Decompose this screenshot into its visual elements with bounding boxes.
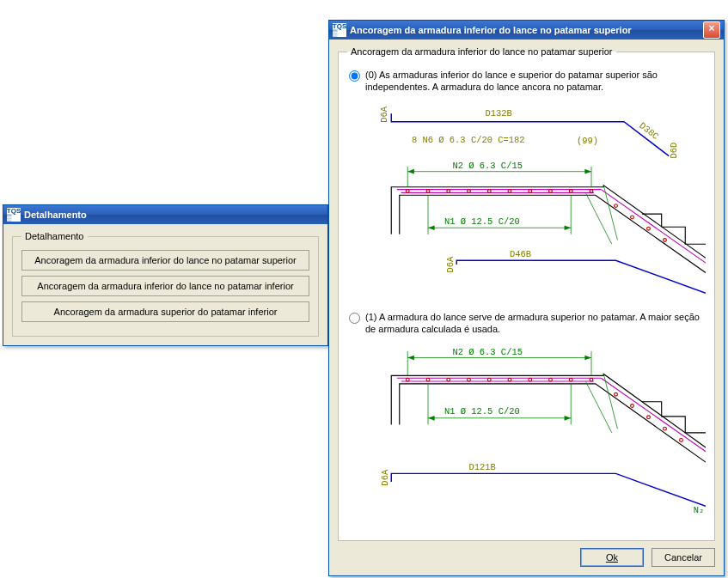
svg-marker-55 <box>428 416 435 421</box>
svg-marker-33 <box>584 356 591 361</box>
detalhamento-title: Detalhamento <box>24 210 324 220</box>
svg-point-44 <box>549 378 553 381</box>
d1-lower-side: D6A <box>380 469 390 486</box>
ancoragem-client: Ancoragem da armadura inferior do lance … <box>329 40 724 575</box>
svg-point-39 <box>447 378 450 381</box>
d1-right-label: N₂ <box>694 505 705 515</box>
ancoragem-group: Ancoragem da armadura inferior do lance … <box>338 46 715 541</box>
svg-marker-26 <box>565 225 572 230</box>
svg-point-14 <box>631 216 634 219</box>
ancoragem-window: TQS▒ Ancoragem da armadura inferior do l… <box>328 20 725 576</box>
detalhamento-window: TQS▒ Detalhamento Detalhamento Ancoragem… <box>3 204 328 346</box>
d0-side-left: D6A <box>380 106 390 123</box>
detal-btn-0[interactable]: Ancoragem da armadura inferior do lance … <box>21 250 309 271</box>
svg-point-8 <box>508 190 511 193</box>
detalhamento-titlebar: TQS▒ Detalhamento <box>3 205 327 224</box>
svg-point-4 <box>426 190 430 193</box>
ancoragem-group-legend: Ancoragem da armadura inferior do lance … <box>347 46 616 57</box>
option-1-label: (1) A armadura do lance serve de armadur… <box>365 311 706 335</box>
svg-point-42 <box>508 378 511 381</box>
option-0-diagram: D6A D132B D38C D6D 8 N6 Ø 6.3 C/20 C=182… <box>363 96 706 302</box>
ancoragem-title: Ancoragem da armadura inferior do lance … <box>350 25 703 35</box>
option-0-row: (0) As armaduras inferior do lance e sup… <box>347 69 706 93</box>
d1-lower-label: D121B <box>469 462 496 472</box>
svg-marker-32 <box>407 356 414 361</box>
svg-point-13 <box>615 204 618 208</box>
option-1-radio[interactable] <box>349 313 360 324</box>
svg-point-11 <box>569 190 572 193</box>
dialog-button-bar: Ok Cancelar <box>338 541 715 567</box>
app-logo-icon: TQS▒ <box>333 23 346 37</box>
svg-point-43 <box>529 378 532 381</box>
svg-marker-21 <box>584 169 591 174</box>
detalhamento-client: Detalhamento Ancoragem da armadura infer… <box>3 224 327 345</box>
svg-point-45 <box>569 378 572 381</box>
svg-point-15 <box>647 227 651 230</box>
d1-n2-spec: N2 Ø 6.3 C/15 <box>453 347 523 357</box>
ok-button[interactable]: Ok <box>580 548 644 567</box>
svg-point-12 <box>590 190 593 193</box>
d0-top-label: D132B <box>486 108 512 119</box>
svg-line-27 <box>585 192 611 244</box>
svg-point-3 <box>406 190 409 193</box>
detal-btn-2[interactable]: Ancoragem da armadura superior do patama… <box>21 301 309 322</box>
svg-point-6 <box>468 190 471 193</box>
svg-point-46 <box>590 378 593 381</box>
detal-btn-1[interactable]: Ancoragem da armadura inferior do lance … <box>21 276 309 296</box>
svg-point-51 <box>680 439 683 442</box>
app-logo-icon: TQS▒ <box>7 208 21 222</box>
d0-side-right: D6D <box>669 143 679 159</box>
option-0-radio[interactable] <box>349 70 360 82</box>
d1-n1-spec: N1 Ø 12.5 C/20 <box>444 406 520 417</box>
svg-marker-25 <box>428 225 435 230</box>
option-0-label: (0) As armaduras inferior do lance e sup… <box>365 69 706 93</box>
d0-lower-side: D6A <box>445 256 456 273</box>
svg-point-48 <box>631 405 634 408</box>
svg-point-10 <box>549 190 553 193</box>
svg-point-40 <box>468 378 471 381</box>
ok-button-label: Ok <box>606 552 618 563</box>
d0-bar-spec: 8 N6 Ø 6.3 C/20 C=182 <box>412 135 525 145</box>
svg-line-35 <box>601 378 706 451</box>
d0-n2-spec: N2 Ø 6.3 C/15 <box>453 161 523 171</box>
option-1-diagram: N2 Ø 6.3 C/15 <box>363 338 706 523</box>
detalhamento-group-legend: Detalhamento <box>21 231 88 241</box>
d0-bar-small: (99) <box>577 136 598 146</box>
ancoragem-titlebar: TQS▒ Ancoragem da armadura inferior do l… <box>329 21 724 40</box>
svg-point-49 <box>647 416 651 419</box>
svg-marker-56 <box>565 416 572 421</box>
svg-point-50 <box>664 427 667 430</box>
close-icon[interactable]: × <box>703 21 720 39</box>
svg-point-41 <box>487 378 491 381</box>
detalhamento-group: Detalhamento Ancoragem da armadura infer… <box>12 231 319 337</box>
svg-point-38 <box>426 378 430 381</box>
svg-line-1 <box>601 190 706 264</box>
d0-lower-label: D46B <box>510 249 531 259</box>
svg-point-9 <box>529 190 532 193</box>
svg-point-37 <box>406 378 409 381</box>
svg-marker-20 <box>407 169 414 174</box>
cancel-button[interactable]: Cancelar <box>652 548 715 567</box>
svg-point-7 <box>487 190 491 193</box>
d0-n1-spec: N1 Ø 12.5 C/20 <box>444 216 520 227</box>
svg-point-47 <box>615 392 618 396</box>
d0-diag-label: D38C <box>637 120 660 142</box>
svg-line-57 <box>585 381 611 433</box>
option-1-row: (1) A armadura do lance serve de armadur… <box>347 311 706 335</box>
svg-point-16 <box>664 239 667 242</box>
svg-point-5 <box>447 190 450 193</box>
